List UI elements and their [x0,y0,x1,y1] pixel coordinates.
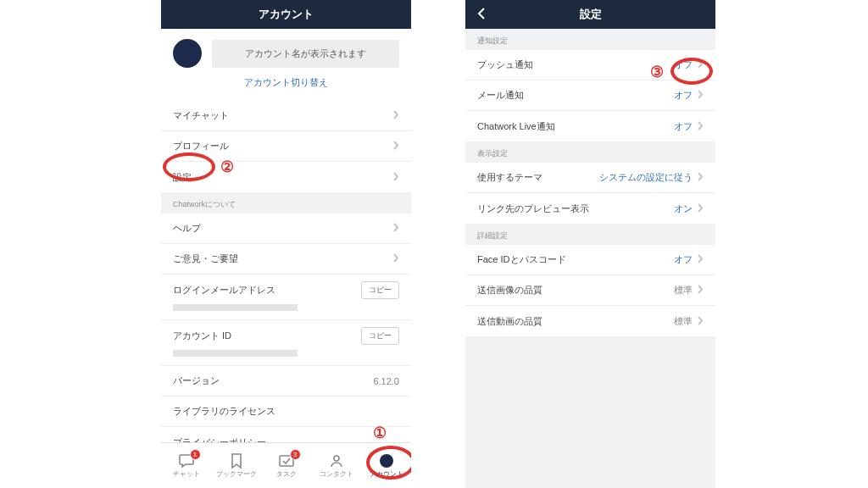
row-label: Chatwork Live通知 [477,120,674,133]
tab-label: コンタクト [320,469,353,479]
header-title: 設定 [580,7,602,22]
tab-task[interactable]: 3 タスク [261,443,311,488]
section-header-detail: 詳細設定 [465,224,715,245]
row-label: ヘルプ [173,222,388,235]
row-value: 標準 [674,315,693,328]
tab-bookmark[interactable]: ブックマーク [211,443,261,488]
chevron-right-icon [393,141,399,152]
row-live-notif[interactable]: Chatwork Live通知 オフ [465,111,715,141]
row-label: ログインメールアドレス [173,284,361,297]
chat-icon: 1 [177,452,196,469]
row-login-email: ログインメールアドレス コピー [161,274,411,320]
row-video-quality[interactable]: 送信動画の品質 標準 [465,306,715,336]
task-badge: 3 [290,449,301,460]
row-label: アカウント ID [173,330,361,342]
svg-point-1 [334,456,339,461]
tab-label: チャット [173,469,200,479]
profile-row: アカウント名が表示されます [173,39,399,68]
group-main: マイチャット プロフィール 設定 [161,101,411,192]
account-scroll: アカウント名が表示されます アカウント切り替え マイチャット プロフィール 設定… [161,29,411,442]
row-label: Face IDとパスコード [477,253,674,266]
row-license[interactable]: ライブラリのライセンス [161,396,411,427]
copy-email-button[interactable]: コピー [361,281,399,299]
tabbar: 1 チャット ブックマーク 3 タスク コンタクト [161,442,411,488]
version-value: 6.12.0 [373,376,399,386]
screen-settings: 設定 通知設定 プッシュ通知 オフ メール通知 オフ Chatwork Live… [465,0,715,488]
row-label: プライバシーポリシー [173,436,399,443]
row-feedback[interactable]: ご意見・ご要望 [161,244,411,274]
chevron-right-icon [698,90,704,101]
group-about: ヘルプ ご意見・ご要望 ログインメールアドレス コピー アカウント ID コピー [161,214,411,442]
chevron-right-icon [393,253,399,264]
row-value: システムの設定に従う [599,171,693,184]
row-value: オフ [674,89,693,102]
row-label: メール通知 [477,89,674,102]
tab-label: アカウント [370,469,403,479]
chevron-right-icon [393,172,399,183]
row-mychat[interactable]: マイチャット [161,101,411,131]
row-profile[interactable]: プロフィール [161,131,411,162]
tab-label: ブックマーク [216,469,257,479]
avatar[interactable] [173,39,202,68]
contact-icon [327,452,346,469]
chevron-right-icon [698,254,704,265]
row-preview[interactable]: リンク先のプレビュー表示 オン [465,193,715,224]
row-label: プッシュ通知 [477,58,674,71]
section-header-about: Chatworkについて [161,192,411,214]
svg-point-2 [380,454,393,468]
row-value: オン [674,202,693,215]
redacted-value [173,304,298,311]
tab-contact[interactable]: コンタクト [311,443,361,488]
redacted-value [173,350,298,357]
chevron-right-icon [393,223,399,234]
row-value: オフ [674,253,693,266]
row-privacy[interactable]: プライバシーポリシー [161,427,411,442]
row-push-notif[interactable]: プッシュ通知 オフ [465,50,715,80]
section-header-display: 表示設定 [465,141,715,163]
row-settings[interactable]: 設定 [161,162,411,192]
row-label: ご意見・ご要望 [173,252,388,265]
task-icon: 3 [277,452,296,469]
header-account: アカウント [161,0,411,29]
chevron-right-icon [698,285,704,296]
settings-scroll: 通知設定 プッシュ通知 オフ メール通知 オフ Chatwork Live通知 … [465,29,715,488]
row-mail-notif[interactable]: メール通知 オフ [465,80,715,111]
row-label: マイチャット [173,109,388,122]
row-image-quality[interactable]: 送信画像の品質 標準 [465,275,715,306]
row-label: 送信動画の品質 [477,315,674,328]
row-value: オフ [674,58,693,71]
row-help[interactable]: ヘルプ [161,214,411,244]
account-icon [377,452,396,469]
row-account-id: アカウント ID コピー [161,320,411,366]
row-value: 標準 [674,284,693,297]
group-display: 使用するテーマ システムの設定に従う リンク先のプレビュー表示 オン [465,163,715,224]
account-name-box: アカウント名が表示されます [212,40,399,68]
row-label: 設定 [173,171,388,184]
group-detail: Face IDとパスコード オフ 送信画像の品質 標準 送信動画の品質 標準 [465,245,715,336]
group-notif: プッシュ通知 オフ メール通知 オフ Chatwork Live通知 オフ [465,50,715,141]
chevron-right-icon [393,110,399,121]
row-theme[interactable]: 使用するテーマ システムの設定に従う [465,163,715,193]
row-value: オフ [674,120,693,133]
chevron-right-icon [698,121,704,132]
back-button[interactable] [474,6,489,21]
row-label: 使用するテーマ [477,171,599,184]
tab-label: タスク [276,469,297,479]
chevron-left-icon [476,8,487,19]
chevron-right-icon [698,59,704,70]
tab-chat[interactable]: 1 チャット [161,443,211,488]
row-faceid[interactable]: Face IDとパスコード オフ [465,245,715,275]
bookmark-icon [227,452,246,469]
chevron-right-icon [698,203,704,214]
chevron-right-icon [698,172,704,183]
row-label: ライブラリのライセンス [173,405,399,418]
switch-account-link[interactable]: アカウント切り替え [173,76,399,92]
tab-account[interactable]: アカウント [361,443,411,488]
chat-badge: 1 [190,449,201,460]
row-label: 送信画像の品質 [477,284,674,297]
screen-account: アカウント アカウント名が表示されます アカウント切り替え マイチャット プロフ… [161,0,411,488]
row-label: リンク先のプレビュー表示 [477,202,674,215]
header-title: アカウント [259,7,314,22]
chevron-right-icon [698,316,704,327]
copy-id-button[interactable]: コピー [361,327,399,345]
